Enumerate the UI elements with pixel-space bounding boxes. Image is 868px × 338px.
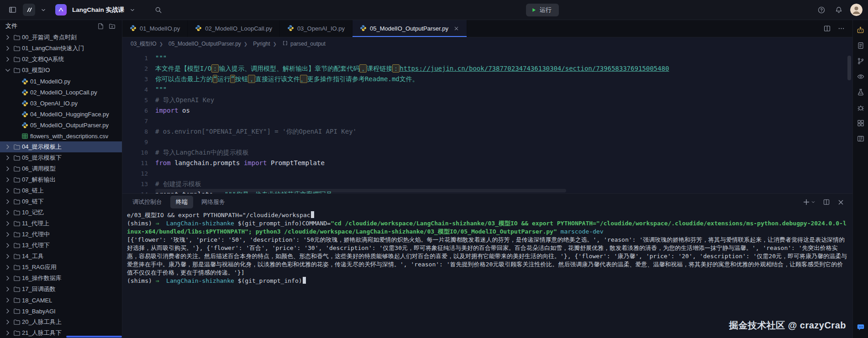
code-token: 直接运行该文件: [255, 75, 300, 83]
code-text: import os: [148, 105, 190, 116]
breadcrumb-item[interactable]: Pyright: [243, 41, 271, 47]
code-token: 输入提示、调用模型、解析输出】章节的配套代码: [219, 65, 359, 72]
breadcrumb-item[interactable]: parsed_output: [272, 40, 326, 47]
tree-item[interactable]: 12_代理中: [0, 229, 122, 240]
tree-item[interactable]: 05_提示模板下: [0, 152, 122, 163]
extensions-icon[interactable]: [854, 117, 867, 130]
close-tab-icon[interactable]: [453, 26, 459, 31]
flask-icon[interactable]: [854, 86, 867, 99]
code-text: # 导入LangChain中的提示模板: [148, 147, 249, 158]
tree-item[interactable]: 03_OpenAI_IO.py: [0, 98, 122, 109]
editor-hscrollbar[interactable]: [155, 189, 566, 192]
close-panel-icon[interactable]: [837, 199, 844, 206]
tab-label: 05_ModelIO_OutputParser.py: [370, 25, 448, 32]
tree-item-label: 11_代理上: [22, 219, 49, 228]
code-token: os: [179, 107, 190, 114]
terminal-line: e/03_模型IO && export PYTHONPATH="/cloudid…: [127, 211, 848, 219]
tree-item[interactable]: 16_操作数据库: [0, 273, 122, 284]
file-tree: 00_开篇词_奇点时刻01_LangChain快速入门02_文档QA系统03_模…: [0, 32, 122, 338]
tree-item[interactable]: 20_人脉工具上: [0, 317, 122, 328]
sidebar-toggle-icon[interactable]: [6, 4, 18, 16]
terminal-text: [{'flower': '玫瑰', 'price': '50', 'descri…: [127, 236, 847, 276]
tree-item-label: 01_ModelIO.py: [30, 78, 70, 85]
notifications-bell-icon[interactable]: [833, 4, 845, 16]
bug-icon[interactable]: [854, 101, 867, 114]
new-file-icon[interactable]: [97, 23, 104, 30]
run-button[interactable]: 运行: [526, 4, 559, 16]
split-terminal-icon[interactable]: [823, 198, 830, 206]
split-editor-icon[interactable]: [823, 25, 831, 32]
editor-tab[interactable]: 02_ModelIO_LoopCall.py: [188, 20, 280, 37]
breadcrumb-label: parsed_output: [290, 41, 326, 47]
breadcrumb-item[interactable]: 03_模型IO: [130, 40, 158, 48]
tree-scrollbar[interactable]: [66, 336, 122, 338]
tree-item[interactable]: 15_RAG应用: [0, 262, 122, 273]
breadcrumb-label: 05_ModelIO_OutputParser.py: [168, 41, 241, 47]
code-text: # os.environ["OPENAI_API_KEY"] = '你的Open…: [148, 126, 357, 137]
line-number: 7: [122, 116, 148, 126]
preview-icon[interactable]: [854, 70, 867, 83]
new-folder-icon[interactable]: [109, 23, 116, 30]
tab-label: 02_ModelIO_LoopCall.py: [205, 25, 272, 32]
tree-item[interactable]: 01_ModelIO.py: [0, 76, 122, 87]
tree-item-label: 04_提示模板上: [22, 143, 62, 151]
tree-item[interactable]: 05_ModelIO_OutputParser.py: [0, 120, 122, 130]
tree-item[interactable]: 02_文档QA系统: [0, 54, 122, 65]
tree-item[interactable]: 04_ModelIO_HuggingFace.py: [0, 109, 122, 120]
tree-item[interactable]: 11_代理上: [0, 218, 122, 229]
tree-item[interactable]: 14_工具: [0, 251, 122, 262]
breadcrumb-label: Pyright: [253, 41, 270, 47]
layout-icon[interactable]: [854, 132, 867, 145]
tree-item[interactable]: 09_链下: [0, 196, 122, 207]
tree-item[interactable]: flowers_with_descriptions.csv: [0, 130, 122, 141]
tree-item[interactable]: 06_调用模型: [0, 163, 122, 174]
tree-item-label: 07_解析输出: [22, 176, 56, 184]
code-text: from langchain.prompts import PromptTemp…: [148, 158, 325, 168]
panel-tab[interactable]: 调试控制台: [127, 196, 168, 208]
editor-vscrollbar[interactable]: [847, 56, 851, 80]
course-link[interactable]: https://juejin.cn/book/73877023474361303…: [400, 65, 669, 72]
project-chevron-icon[interactable]: [129, 4, 136, 16]
tree-item[interactable]: 00_开篇词_奇点时刻: [0, 32, 122, 43]
search-icon[interactable]: [153, 4, 164, 16]
feedback-icon[interactable]: [854, 321, 867, 333]
workspace-chevron-icon[interactable]: [40, 4, 47, 16]
tree-item[interactable]: 08_链上: [0, 185, 122, 196]
more-actions-icon[interactable]: [837, 25, 845, 32]
tree-item[interactable]: 13_代理下: [0, 240, 122, 251]
code-line: 13# 创建提示模板: [122, 179, 852, 189]
tree-item[interactable]: 03_模型IO: [0, 65, 122, 76]
tree-item-label: 17_回调函数: [22, 285, 56, 293]
tree-indent: [12, 110, 20, 118]
breadcrumb-item[interactable]: 05_ModelIO_OutputParser.py: [158, 41, 242, 47]
code-line: 2本文件是【模型I/O：输入提示、调用模型、解析输出】章节的配套代码，课程链接：…: [122, 63, 852, 74]
ai-assistant-icon[interactable]: [854, 24, 867, 36]
help-icon[interactable]: [815, 4, 827, 16]
tree-item[interactable]: 07_解析输出: [0, 174, 122, 185]
tree-item[interactable]: 02_ModelIO_LoopCall.py: [0, 87, 122, 98]
tree-item-label: 19_BabyAGI: [22, 308, 56, 315]
chevron-right-icon: [4, 242, 11, 249]
git-branch-icon[interactable]: [854, 55, 867, 68]
ide-logo[interactable]: [23, 4, 35, 16]
new-terminal-button[interactable]: [803, 198, 815, 206]
tree-item[interactable]: 18_CAMEL: [0, 295, 122, 306]
tree-item[interactable]: 19_BabyAGI: [0, 306, 122, 317]
editor-tab[interactable]: 01_ModelIO.py: [122, 20, 188, 37]
panel-tab[interactable]: 终端: [170, 196, 193, 208]
avatar[interactable]: [850, 4, 863, 16]
code-editor[interactable]: 1"""2本文件是【模型I/O：输入提示、调用模型、解析输出】章节的配套代码，课…: [122, 50, 852, 193]
tree-item[interactable]: 10_记忆: [0, 207, 122, 218]
editor-tab[interactable]: 03_OpenAI_IO.py: [280, 20, 352, 37]
folder-icon: [13, 253, 21, 260]
terminal-output[interactable]: e/03_模型IO && export PYTHONPATH="/cloudid…: [122, 210, 852, 338]
tree-item[interactable]: 17_回调函数: [0, 284, 122, 295]
tab-label: 01_ModelIO.py: [140, 25, 180, 32]
editor-tab[interactable]: 05_ModelIO_OutputParser.py: [352, 20, 467, 37]
docs-icon[interactable]: [854, 39, 867, 52]
line-number: 10: [122, 147, 148, 158]
tree-item[interactable]: 04_提示模板上: [0, 141, 122, 152]
code-token: """: [155, 86, 167, 93]
tree-item[interactable]: 01_LangChain快速入门: [0, 43, 122, 54]
panel-tab[interactable]: 网络服务: [196, 196, 231, 208]
